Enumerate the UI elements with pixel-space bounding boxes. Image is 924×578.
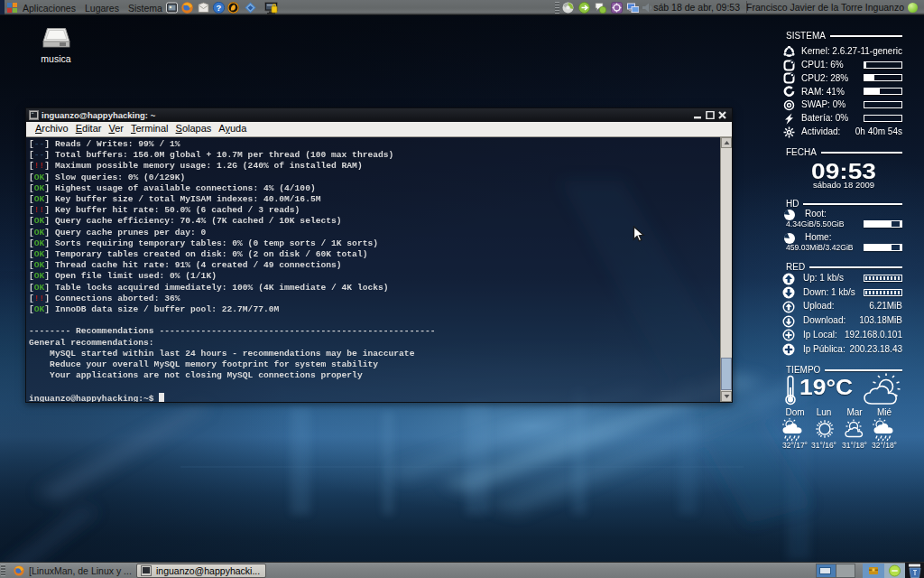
svg-text:?: ? [217,3,222,13]
